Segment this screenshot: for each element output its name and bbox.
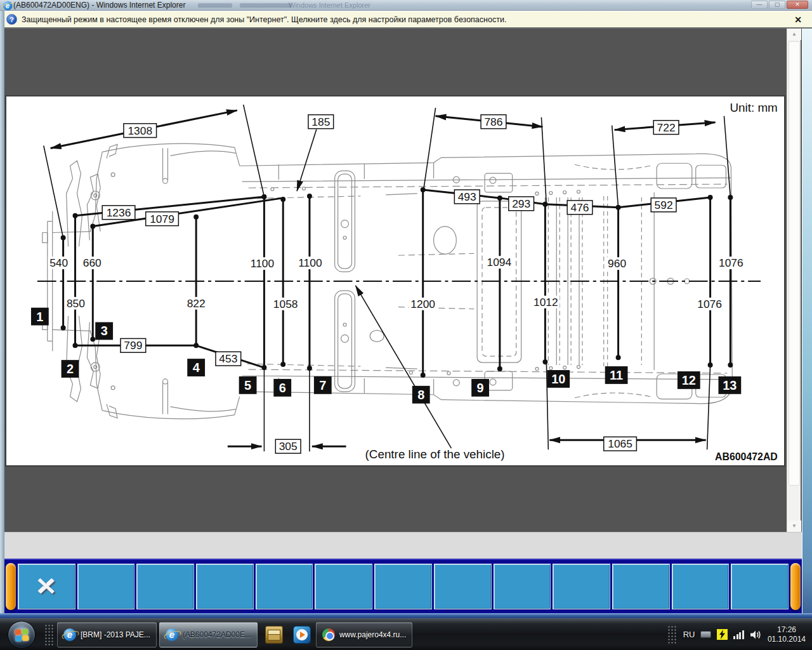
frame-divider-strip [4, 532, 802, 559]
taskbar-button-ie-ab600472[interactable]: e (AB600472AD00E... [159, 622, 258, 647]
tray-device-icon[interactable] [700, 631, 711, 638]
lightning-glyph [718, 630, 726, 639]
dim-label-293: 293 [512, 197, 530, 210]
titlebar: e (AB600472AD00ENG) - Windows Internet E… [0, 0, 812, 11]
scroll-up-icon[interactable]: ▲ [787, 29, 801, 40]
close-button[interactable]: ✕ [787, 1, 808, 9]
dim-label-1058: 1058 [273, 298, 298, 310]
taskbar-clock[interactable]: 17:26 01.10.2014 [768, 625, 806, 644]
tray-lightning-icon[interactable] [717, 629, 728, 640]
minimize-button[interactable]: — [751, 1, 768, 9]
figure-code: AB600472AD [715, 451, 778, 462]
ie-icon: e [166, 628, 178, 641]
dim-label-1100b: 1100 [298, 256, 322, 269]
dim-label-799: 799 [124, 339, 142, 352]
marker-6: 6 [279, 381, 286, 395]
window-left-border [0, 11, 4, 618]
frame-toolbar-button-9[interactable] [494, 564, 551, 609]
marker-9: 9 [477, 381, 484, 395]
infobar-message: Защищенный режим в настоящее время отклю… [22, 15, 506, 24]
window-title: (AB600472AD00ENG) - Windows Internet Exp… [13, 1, 185, 10]
frame-toolbar-button-12[interactable] [672, 564, 730, 609]
dim-label-1094: 1094 [487, 256, 512, 269]
dim-label-1100a: 1100 [251, 257, 274, 270]
start-button[interactable] [8, 621, 36, 649]
clock-time: 17:26 [768, 625, 806, 635]
frame-toolbar-button-4[interactable] [196, 564, 254, 609]
dim-label-476: 476 [570, 201, 589, 214]
marker-2: 2 [67, 362, 74, 376]
taskbar-grip-dots [44, 624, 53, 646]
frame-toolbar-button-7[interactable] [374, 564, 432, 609]
marker-11: 11 [610, 368, 623, 382]
taskbar: e [BRM] -2013 PAJE... e (AB600472AD00E..… [0, 618, 812, 650]
dim-label-722: 722 [657, 121, 676, 134]
marker-3: 3 [101, 324, 108, 338]
marker-8: 8 [417, 388, 424, 402]
dim-label-185: 185 [311, 116, 330, 128]
arrow-dimension-lines [51, 110, 716, 446]
dim-label-1012: 1012 [534, 296, 558, 308]
dim-label-305: 305 [279, 440, 298, 453]
window-bottom-border [0, 613, 812, 618]
dim-label-850: 850 [67, 297, 85, 310]
language-indicator[interactable]: RU [683, 630, 695, 639]
maximize-button[interactable]: ▢ [769, 1, 785, 9]
ie-icon: e [63, 628, 76, 641]
frame-toolbar-button-2[interactable] [77, 564, 135, 609]
dim-label-1076b: 1076 [697, 298, 722, 310]
frame-toolbar-button-11[interactable] [612, 564, 670, 609]
dim-label-1308: 1308 [128, 124, 152, 137]
scrollbar-thumb[interactable] [789, 41, 800, 486]
taskbar-button-label: [BRM] -2013 PAJE... [81, 630, 150, 639]
security-infobar[interactable]: ? Защищенный режим в настоящее время отк… [0, 11, 812, 29]
dim-label-1236: 1236 [107, 206, 131, 219]
file-manager-icon[interactable] [265, 626, 283, 644]
scroll-down-icon[interactable]: ▼ [787, 521, 801, 532]
network-signal-icon[interactable] [733, 630, 744, 639]
body-dimension-diagram: 1308 185 786 722 1236 1079 493 293 476 5… [5, 95, 785, 467]
centre-line-label: (Centre line of the vehicle) [365, 448, 504, 461]
frame-toolbar-button-8[interactable] [434, 564, 492, 609]
infobar-close-icon[interactable]: ✕ [790, 15, 806, 25]
frame-toolbar-button-10[interactable] [553, 564, 610, 609]
dim-label-822: 822 [187, 297, 206, 310]
dim-label-960: 960 [608, 257, 626, 270]
window-controls: — ▢ ✕ [751, 1, 808, 9]
dim-label-1200: 1200 [410, 298, 435, 310]
frame-toolbar-button-1[interactable]: ✕ [18, 564, 75, 609]
system-tray: RU 17:26 01.10.2014 [666, 625, 812, 644]
marker-1: 1 [36, 310, 43, 324]
screen: e (AB600472AD00ENG) - Windows Internet E… [0, 0, 812, 650]
taskbar-button-label: www.pajero4x4.ru... [339, 630, 406, 639]
dim-label-1076a: 1076 [719, 256, 743, 269]
reference-point-markers: 1 2 3 4 5 6 7 8 9 10 11 12 13 [31, 308, 741, 404]
frame-toolbar-button-6[interactable] [315, 564, 372, 609]
windows-logo-icon [15, 628, 29, 642]
marker-7: 7 [319, 378, 326, 392]
diagram-canvas: 1308 185 786 722 1236 1079 493 293 476 5… [6, 96, 784, 465]
extension-lines [44, 105, 731, 451]
frame-toolbar-button-3[interactable] [136, 564, 194, 609]
vertical-scrollbar[interactable]: ▲ ▼ [787, 29, 801, 532]
taskbar-button-chrome[interactable]: www.pajero4x4.ru... [316, 622, 412, 647]
page-frame-toolbar: ✕ [4, 559, 802, 613]
tray-grip-dots [667, 625, 676, 644]
volume-icon[interactable] [750, 630, 762, 640]
taskbar-button-ie-brm[interactable]: e [BRM] -2013 PAJE... [57, 622, 157, 647]
marker-13: 13 [723, 378, 737, 392]
ghost-window-title: Windows Internet Explorer [289, 1, 370, 9]
dim-label-592: 592 [655, 199, 673, 211]
media-player-icon[interactable] [293, 626, 311, 644]
taskbar-button-label: (AB600472AD00E... [183, 630, 251, 639]
dim-label-660: 660 [83, 256, 102, 269]
dim-label-540: 540 [49, 256, 68, 269]
unit-label: Unit: mm [730, 101, 777, 114]
window-right-border [802, 29, 812, 618]
marker-10: 10 [551, 372, 565, 386]
frame-toolbar-button-13[interactable] [731, 564, 789, 609]
chrome-icon [322, 628, 335, 641]
toolbar-left-cap [6, 563, 16, 610]
frame-toolbar-button-5[interactable] [256, 564, 313, 609]
shield-question-icon: ? [6, 14, 17, 25]
